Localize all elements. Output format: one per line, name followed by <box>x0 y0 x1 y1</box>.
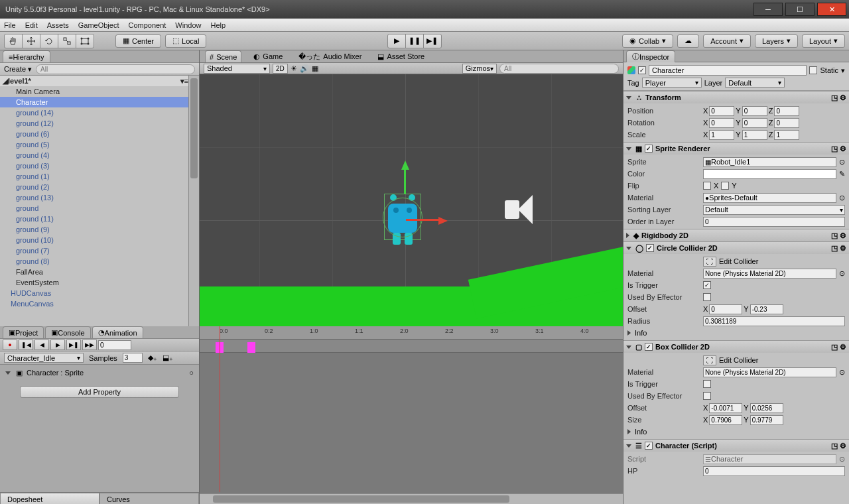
rect-tool[interactable] <box>76 34 94 48</box>
menu-window[interactable]: Window <box>175 21 201 29</box>
hierarchy-item[interactable]: ground (7) <box>0 245 188 256</box>
curves-tab[interactable]: Curves <box>99 493 199 504</box>
hierarchy-item[interactable]: ground (5) <box>0 139 188 150</box>
hierarchy-item[interactable]: HUDCanvas <box>0 288 188 298</box>
2d-toggle[interactable]: 2D <box>273 64 288 74</box>
edit-collider-box[interactable]: ⛶ <box>703 355 716 365</box>
audio-icon[interactable]: 🔊 <box>300 64 309 73</box>
tab-game[interactable]: ◐ Game <box>249 50 287 62</box>
tab-project[interactable]: ▣ Project <box>3 326 44 338</box>
tag-dropdown[interactable]: Player▾ <box>642 78 702 88</box>
menu-component[interactable]: Component <box>128 21 166 29</box>
timeline-ruler[interactable]: 0:00:21:01:12:02:23:03:14:0 <box>200 326 623 340</box>
transform-header[interactable]: Transform <box>645 94 681 101</box>
circle-radius[interactable] <box>703 316 845 326</box>
samples-field[interactable] <box>123 353 143 363</box>
hierarchy-item[interactable]: ground (3) <box>0 160 188 171</box>
menu-file[interactable]: File <box>4 21 16 29</box>
anim-play-button[interactable]: ▶ <box>50 340 65 350</box>
sprite-field[interactable]: ▦ Robot_Idle1 <box>703 157 836 167</box>
hierarchy-item[interactable]: ground (8) <box>0 256 188 267</box>
circle-effector[interactable] <box>703 293 711 301</box>
hierarchy-item[interactable]: ground (10) <box>0 235 188 245</box>
tab-audiomixer[interactable]: �った Audio Mixer <box>294 50 365 62</box>
add-property-button[interactable]: Add Property <box>20 386 179 398</box>
hierarchy-item[interactable]: ground (1) <box>0 171 188 182</box>
pos-y[interactable] <box>742 106 767 116</box>
hierarchy-item[interactable]: FallArea <box>0 267 188 277</box>
tab-inspector[interactable]: ⓘ Inspector <box>626 50 675 62</box>
pivot-center[interactable]: ▦ Center <box>115 34 161 48</box>
box-collider-header[interactable]: Box Collider 2D <box>655 343 710 351</box>
box-effector[interactable] <box>703 392 711 400</box>
pos-z[interactable] <box>774 106 799 116</box>
menu-edit[interactable]: Edit <box>25 21 38 29</box>
box-sz-x[interactable] <box>709 415 742 425</box>
circle-info[interactable]: Info <box>635 329 647 337</box>
account-dropdown[interactable]: Account ▾ <box>703 34 751 48</box>
rotate-tool[interactable] <box>40 34 58 48</box>
lighting-icon[interactable]: ☀ <box>291 64 297 73</box>
circle-trigger[interactable]: ✓ <box>703 281 711 289</box>
layer-dropdown[interactable]: Default▾ <box>725 78 785 88</box>
hierarchy-item[interactable]: EventSystem <box>0 277 188 288</box>
hierarchy-item[interactable]: ground (4) <box>0 150 188 160</box>
shaded-dropdown[interactable]: Shaded▾ <box>204 64 270 74</box>
last-frame-button[interactable]: ▶▶ <box>82 340 97 350</box>
hierarchy-item[interactable]: MenuCanvas <box>0 298 188 309</box>
hierarchy-scrollbar[interactable] <box>188 76 199 326</box>
rigidbody-header[interactable]: Rigidbody 2D <box>641 231 688 239</box>
hierarchy-item[interactable]: ground (14) <box>0 107 188 118</box>
hierarchy-item[interactable]: ground (2) <box>0 182 188 192</box>
script-header[interactable]: Character (Script) <box>655 442 717 450</box>
box-material[interactable]: None (Physics Material 2D) <box>703 367 836 377</box>
scl-z[interactable] <box>774 130 799 140</box>
playhead[interactable] <box>220 326 220 492</box>
object-name-field[interactable] <box>649 65 807 76</box>
tab-assetstore[interactable]: ⬓ Asset Store <box>373 50 428 62</box>
circle-off-y[interactable] <box>750 304 783 314</box>
box-trigger[interactable] <box>703 380 711 388</box>
collab-dropdown[interactable]: ◉ Collab ▾ <box>622 34 673 48</box>
frame-field[interactable] <box>98 340 131 350</box>
rot-z[interactable] <box>774 118 799 128</box>
pos-x[interactable] <box>709 106 734 116</box>
tab-hierarchy[interactable]: ≡ Hierarchy <box>3 50 50 62</box>
scene-view[interactable] <box>200 74 623 326</box>
next-frame-button[interactable]: ▶❚ <box>66 340 81 350</box>
menu-assets[interactable]: Assets <box>47 21 69 29</box>
hierarchy-item[interactable]: ground (11) <box>0 214 188 224</box>
tab-animation[interactable]: ◔ Animation <box>92 326 143 338</box>
hierarchy-item[interactable]: ground (6) <box>0 129 188 139</box>
timeline-scrollbar[interactable] <box>200 493 623 504</box>
prev-frame-button[interactable]: ◀ <box>34 340 49 350</box>
hierarchy-item[interactable]: Main Camera <box>0 86 188 97</box>
sorting-layer[interactable]: Default▾ <box>703 205 845 215</box>
box-off-y[interactable] <box>750 403 783 413</box>
menu-gameobject[interactable]: GameObject <box>78 21 119 29</box>
play-button[interactable]: ▶ <box>387 34 406 48</box>
close-button[interactable]: ✕ <box>817 3 846 16</box>
hierarchy-item[interactable]: Character <box>0 97 188 107</box>
scene-search[interactable] <box>499 64 619 74</box>
sprite-renderer-header[interactable]: Sprite Renderer <box>655 145 710 153</box>
circle-collider-header[interactable]: Circle Collider 2D <box>657 244 718 252</box>
gizmos-dropdown[interactable]: Gizmos ▾ <box>462 64 497 74</box>
hierarchy-item[interactable]: ground (9) <box>0 224 188 235</box>
flip-x[interactable] <box>703 182 711 190</box>
add-keyframe-icon[interactable]: ◆₊ <box>148 353 157 362</box>
order-field[interactable] <box>703 217 845 227</box>
hierarchy-create[interactable]: Create ▾ <box>4 65 32 74</box>
static-checkbox[interactable] <box>809 66 817 74</box>
circle-off-x[interactable] <box>709 304 742 314</box>
scl-x[interactable] <box>709 130 734 140</box>
record-button[interactable]: ● <box>3 340 17 350</box>
minimize-button[interactable]: ─ <box>753 3 783 16</box>
pause-button[interactable]: ❚❚ <box>405 34 424 48</box>
clip-dropdown[interactable]: Character_Idle▾ <box>4 353 84 363</box>
box-sz-y[interactable] <box>750 415 783 425</box>
hierarchy-item[interactable]: ground (12) <box>0 118 188 129</box>
box-info[interactable]: Info <box>635 428 647 436</box>
flip-y[interactable] <box>721 182 729 190</box>
first-frame-button[interactable]: ❚◀ <box>19 340 33 350</box>
